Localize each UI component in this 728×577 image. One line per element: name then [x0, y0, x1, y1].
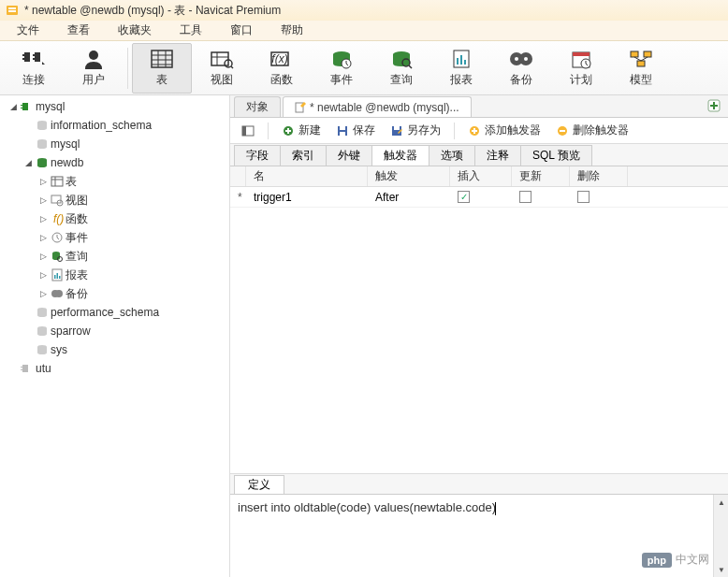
stab-fields[interactable]: 字段	[234, 145, 281, 166]
svg-rect-91	[394, 126, 400, 130]
tree-conn-utu[interactable]: utu	[0, 359, 229, 378]
scrollbar[interactable]: ▲ ▼	[713, 495, 728, 577]
cell-when[interactable]: After	[368, 191, 450, 204]
expand-icon[interactable]: ▷	[37, 233, 49, 242]
connection-tree[interactable]: ◢ mysql information_schema mysql ◢newdb …	[0, 95, 230, 577]
save-as-button[interactable]: 另存为	[385, 121, 446, 140]
stab-sql-preview[interactable]: SQL 预览	[520, 145, 592, 166]
tree-node-query[interactable]: ▷查询	[0, 247, 229, 266]
new-button[interactable]: 新建	[276, 121, 327, 140]
tool-model[interactable]: 模型	[611, 43, 671, 94]
col-header-update[interactable]: 更新	[512, 166, 570, 186]
backup-icon	[508, 48, 534, 70]
stab-comments[interactable]: 注释	[474, 145, 521, 166]
svg-rect-32	[457, 58, 459, 65]
tree-db-newdb[interactable]: ◢newdb	[0, 153, 229, 172]
add-trigger-button[interactable]: 添加触发器	[462, 121, 546, 140]
save-button[interactable]: 保存	[330, 121, 381, 140]
scroll-down-icon[interactable]: ▼	[714, 562, 728, 577]
col-header-trigger[interactable]: 触发	[368, 166, 450, 186]
tool-table[interactable]: 表	[132, 43, 192, 94]
tool-connect[interactable]: 连接	[4, 43, 64, 94]
add-tab-button[interactable]	[706, 97, 722, 114]
cell-update[interactable]	[512, 191, 570, 203]
trigger-grid-body: * trigger1 After ✓	[230, 187, 728, 208]
col-header-insert[interactable]: 插入	[450, 166, 512, 186]
tree-node-table[interactable]: ▷表	[0, 172, 229, 191]
tool-event[interactable]: 事件	[312, 43, 371, 94]
cell-insert[interactable]: ✓	[450, 191, 512, 203]
toggle-sidebar-button[interactable]	[236, 123, 260, 139]
stab-indexes[interactable]: 索引	[280, 145, 327, 166]
checkbox-icon[interactable]	[577, 191, 590, 203]
expand-icon[interactable]: ▷	[37, 289, 49, 298]
menu-tools[interactable]: 工具	[167, 21, 215, 40]
definition-code: insert into oldtable(code) values(newtab…	[238, 500, 496, 514]
plus-green-icon	[282, 124, 295, 137]
menu-window[interactable]: 窗口	[217, 21, 266, 40]
grid-empty-area[interactable]	[230, 208, 728, 474]
tool-user[interactable]: 用户	[64, 43, 124, 94]
content-pane: 对象 * newtable @newdb (mysql)... 新建 保存 另存…	[230, 95, 728, 577]
watermark-text: 中文网	[676, 552, 709, 568]
app-icon	[6, 4, 19, 17]
scroll-up-icon[interactable]: ▲	[714, 495, 728, 510]
tool-view[interactable]: 视图	[192, 43, 252, 94]
save-icon	[336, 124, 349, 137]
tool-schedule[interactable]: 计划	[551, 43, 611, 94]
checkbox-checked-icon[interactable]: ✓	[458, 191, 470, 203]
tab-objects[interactable]: 对象	[234, 96, 281, 117]
tree-db-sys[interactable]: sys	[0, 340, 229, 359]
tree-node-function[interactable]: ▷f()函数	[0, 209, 229, 228]
menu-favorites[interactable]: 收藏夹	[105, 21, 165, 40]
collapse-icon[interactable]: ◢	[22, 158, 34, 167]
text-cursor	[495, 502, 496, 515]
menu-bar: 文件 查看 收藏夹 工具 窗口 帮助	[0, 21, 728, 41]
tool-query[interactable]: 查询	[371, 43, 431, 94]
menu-view[interactable]: 查看	[54, 21, 103, 40]
trigger-row[interactable]: * trigger1 After ✓	[230, 187, 728, 208]
svg-line-47	[634, 57, 641, 61]
tree-node-view[interactable]: ▷视图	[0, 191, 229, 209]
expand-icon[interactable]: ▷	[37, 270, 49, 280]
svg-rect-3	[24, 52, 30, 62]
tool-backup[interactable]: 备份	[491, 43, 551, 94]
cell-delete[interactable]	[570, 191, 628, 203]
expand-icon[interactable]: ▷	[37, 177, 49, 186]
expand-icon[interactable]: ▷	[37, 214, 49, 224]
svg-rect-75	[22, 365, 28, 372]
tree-db-information-schema[interactable]: information_schema	[0, 116, 229, 135]
tab-definition[interactable]: 定义	[234, 475, 284, 494]
tree-conn-mysql[interactable]: ◢ mysql	[0, 97, 229, 116]
col-header-name[interactable]: 名	[246, 166, 368, 186]
tree-node-report[interactable]: ▷报表	[0, 266, 229, 284]
checkbox-icon[interactable]	[519, 191, 531, 203]
tab-editor[interactable]: * newtable @newdb (mysql)...	[283, 96, 472, 117]
schedule-icon	[568, 48, 594, 70]
col-header-delete[interactable]: 删除	[570, 166, 628, 186]
table-icon	[149, 48, 175, 70]
stab-triggers[interactable]: 触发器	[371, 145, 430, 166]
cell-name[interactable]: trigger1	[246, 191, 368, 204]
tree-db-sparrow[interactable]: sparrow	[0, 322, 229, 340]
database-open-icon	[34, 156, 51, 169]
svg-rect-4	[22, 54, 24, 56]
menu-file[interactable]: 文件	[4, 21, 52, 40]
collapse-icon[interactable]: ◢	[7, 102, 19, 111]
stab-options[interactable]: 选项	[429, 145, 475, 166]
report-small-icon	[49, 268, 66, 281]
tree-node-event[interactable]: ▷事件	[0, 228, 229, 247]
expand-icon[interactable]: ▷	[37, 252, 49, 261]
database-icon	[34, 137, 51, 151]
delete-trigger-button[interactable]: 删除触发器	[550, 121, 634, 140]
tree-node-backup[interactable]: ▷备份	[0, 284, 229, 303]
tree-db-performance-schema[interactable]: performance_schema	[0, 303, 229, 322]
stab-foreign-keys[interactable]: 外键	[326, 145, 372, 166]
tool-report[interactable]: 报表	[431, 43, 491, 94]
tree-db-mysql[interactable]: mysql	[0, 135, 229, 153]
tool-function[interactable]: f(x) 函数	[252, 43, 312, 94]
svg-rect-89	[340, 132, 345, 136]
menu-help[interactable]: 帮助	[268, 21, 316, 40]
expand-icon[interactable]: ▷	[37, 195, 49, 205]
report-icon	[448, 48, 474, 70]
